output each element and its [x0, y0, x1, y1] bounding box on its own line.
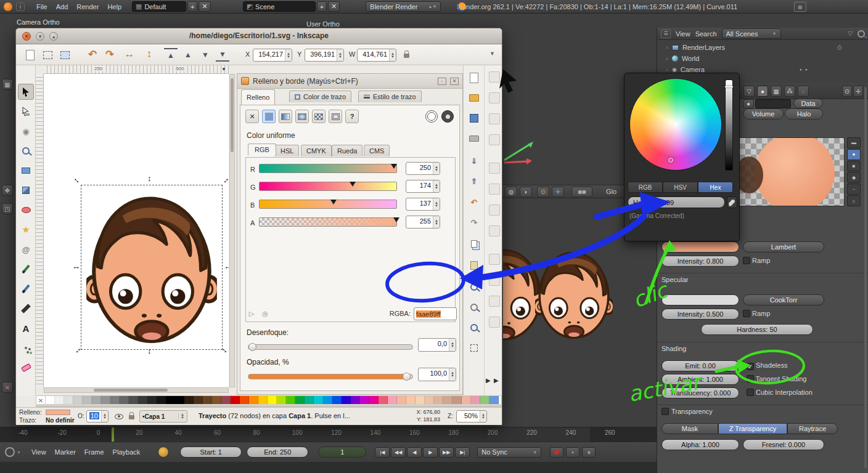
palette-swatch[interactable] — [120, 396, 129, 405]
palette-swatch[interactable] — [480, 396, 489, 405]
specular-shader-select[interactable]: CookTorr — [743, 294, 824, 305]
blender-app-icon[interactable] — [4, 2, 12, 11]
open-icon[interactable] — [467, 91, 481, 105]
palette-swatch[interactable] — [452, 396, 462, 405]
palette-swatch[interactable] — [388, 396, 397, 405]
tab-material-icon[interactable]: ● — [757, 86, 768, 97]
transparency-section-header[interactable]: Transparency — [661, 408, 713, 415]
palette-swatch[interactable] — [360, 396, 369, 405]
palette-swatch[interactable] — [157, 396, 166, 405]
left-strip-icon-1[interactable]: ▦ — [2, 79, 13, 90]
tab-physics-icon[interactable]: ◌ — [798, 86, 809, 97]
new-document-icon[interactable] — [23, 48, 37, 62]
prev-keyframe-button[interactable]: ◀◀ — [391, 447, 406, 458]
translucency-slider[interactable]: Translucency: 0.000 — [661, 387, 739, 398]
record-button[interactable] — [550, 447, 563, 458]
snap-guides-icon[interactable] — [489, 317, 500, 328]
emit-slider[interactable]: Emit: 0.00 — [661, 360, 739, 371]
snap-grid-icon[interactable] — [489, 296, 500, 307]
viewport-orientation-label[interactable]: Glo — [606, 188, 616, 195]
paint-unknown-button[interactable]: ? — [345, 110, 359, 123]
palette-swatch[interactable] — [129, 396, 138, 405]
material-type-volume[interactable]: Volume — [743, 108, 784, 119]
face-drawing[interactable] — [86, 191, 218, 346]
material-link-select[interactable]: Data — [793, 99, 823, 108]
preview-sphere-button[interactable]: ● — [847, 149, 861, 160]
palette-swatch[interactable] — [240, 396, 249, 405]
opacity-slider[interactable] — [248, 374, 413, 379]
palette-swatch[interactable] — [425, 396, 434, 405]
raise-to-top-icon[interactable]: ▲ — [164, 48, 178, 62]
paint-pattern-button[interactable] — [312, 110, 326, 123]
copy-icon[interactable] — [467, 236, 481, 251]
tool-star[interactable]: ★ — [18, 222, 34, 238]
shading-section-header[interactable]: Shading — [661, 345, 686, 352]
tool-3dbox[interactable] — [18, 182, 34, 198]
value-slider[interactable] — [725, 79, 733, 171]
rgba-input[interactable]: faae89ff — [414, 307, 457, 320]
preview-sky-button[interactable]: ☼ — [847, 195, 861, 206]
paint-none-button[interactable]: ✕ — [245, 110, 259, 123]
tool-rectangle[interactable] — [18, 163, 34, 179]
palette-swatch[interactable] — [434, 396, 443, 405]
channel-r-input[interactable]: 250▲▼ — [406, 162, 440, 175]
color-tab-rgb[interactable]: RGB — [248, 144, 276, 155]
next-keyframe-button[interactable]: ▶▶ — [439, 447, 454, 458]
tool-spiral[interactable]: @ — [18, 241, 34, 257]
layer-lock-icon[interactable] — [126, 410, 137, 422]
tool-calligraphy[interactable] — [18, 301, 34, 317]
toolbar-overflow-icon[interactable]: ▼ — [489, 51, 495, 57]
visibility-icon[interactable]: ▪ — [800, 67, 801, 73]
scale-handle-tl[interactable]: ↔ — [72, 174, 83, 185]
material-type-halo[interactable]: Halo — [785, 108, 823, 119]
blur-slider[interactable] — [248, 344, 413, 350]
tab-data-icon[interactable]: ▽ — [743, 86, 755, 97]
screen-layout-field[interactable]: ▦ Default — [132, 1, 186, 12]
specular-intensity-slider[interactable]: Intensity: 0.500 — [661, 309, 739, 320]
outliner-menu-search[interactable]: Search — [695, 30, 717, 38]
undo-icon[interactable]: ↶ — [467, 195, 481, 209]
select-all-layers-icon[interactable] — [58, 48, 72, 62]
vertical-ruler[interactable] — [36, 74, 44, 387]
color-tab-cmyk[interactable]: CMYK — [301, 145, 332, 156]
timeline-menu-view[interactable]: View — [27, 445, 51, 459]
scale-handle-ml[interactable]: ↔ — [72, 263, 80, 270]
palette-swatch[interactable] — [46, 396, 55, 405]
expander-icon[interactable]: ◦ — [666, 55, 668, 62]
dock-arrow-icon[interactable]: ▶ — [486, 377, 491, 384]
transparency-raytrace-button[interactable]: Raytrace — [787, 423, 838, 434]
outliner-row-world[interactable]: ◦ World — [666, 55, 699, 62]
palette-swatch[interactable] — [305, 396, 314, 405]
raise-icon[interactable]: ▲ — [181, 48, 195, 62]
canvas[interactable]: ↔ ↕ ↔ ↔ ↔ ↔ ↕ ↔ — [44, 74, 229, 387]
diffuse-shader-select[interactable]: Lambert — [743, 241, 824, 253]
palette-swatch[interactable] — [92, 396, 101, 405]
scene-field[interactable]: ◩ Scene — [243, 1, 316, 12]
left-strip-icon-3[interactable]: ◳ — [2, 203, 13, 214]
import-icon[interactable]: ⇓ — [467, 153, 481, 168]
palette-swatch[interactable] — [138, 396, 147, 405]
palette-swatch[interactable] — [416, 396, 425, 405]
picker-tab-hex[interactable]: Hex — [698, 182, 733, 193]
snap-cusp-icon[interactable] — [489, 225, 500, 236]
zoom-1-icon[interactable] — [467, 320, 481, 335]
clock-icon[interactable]: · — [5, 447, 15, 457]
tool-ellipse[interactable] — [18, 202, 34, 218]
fresnel-slider[interactable]: Fresnel: 0.000 — [743, 439, 824, 450]
preview-cube-button[interactable]: ■ — [847, 161, 861, 172]
palette-swatch[interactable] — [462, 396, 471, 405]
palette-swatch[interactable] — [379, 396, 388, 405]
palette-swatch[interactable] — [489, 396, 499, 405]
print-icon[interactable] — [467, 131, 481, 146]
w-input[interactable]: 414,761▲▼ — [357, 49, 396, 62]
snap-edges-icon[interactable] — [489, 113, 500, 124]
save-icon[interactable] — [467, 111, 481, 126]
viewport-pivot-icon[interactable]: ⊙ — [537, 187, 549, 197]
flip-horizontal-icon[interactable]: ↔ — [122, 47, 137, 62]
color-tab-cms[interactable]: CMS — [364, 145, 390, 156]
palette-swatch[interactable] — [342, 396, 351, 405]
start-frame-field[interactable]: Start: 1 — [180, 447, 242, 458]
scale-handle-tm[interactable]: ↕ — [147, 175, 152, 182]
opacity-master-input[interactable]: 10▲▼ — [86, 410, 108, 422]
diffuse-ramp-checkbox[interactable]: Ramp — [743, 257, 770, 264]
